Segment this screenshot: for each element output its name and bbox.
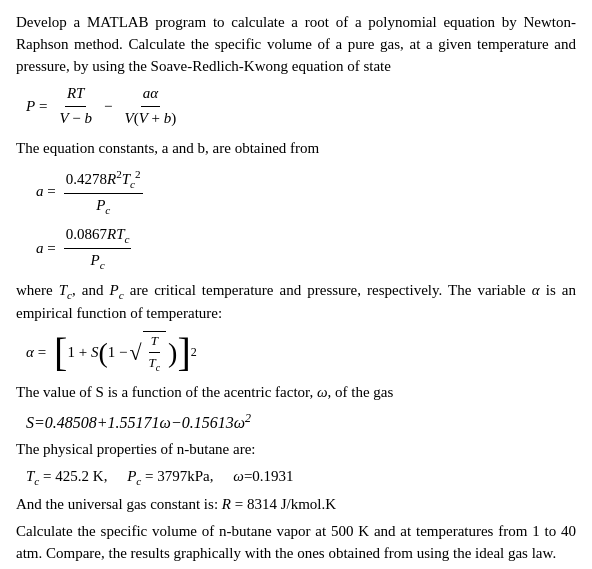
numerator-rt: RT bbox=[65, 83, 87, 107]
fraction-a1: 0.4278R2Tc2 Pc bbox=[64, 166, 143, 219]
paren-left: ( bbox=[98, 339, 107, 367]
tc-denominator: Tc bbox=[147, 353, 163, 375]
alpha-equation: α = [ 1 + S ( 1 − √ T Tc ) ] 2 bbox=[26, 331, 576, 375]
t-numerator: T bbox=[149, 332, 160, 353]
paren-right: ) bbox=[168, 339, 177, 367]
formula-a1: a = 0.4278R2Tc2 Pc bbox=[36, 166, 576, 219]
sqrt-fraction: T Tc bbox=[143, 331, 167, 375]
big-bracket-left: [ bbox=[54, 333, 67, 373]
sqrt-symbol: √ bbox=[129, 342, 141, 364]
numerator-aa: aα bbox=[141, 83, 160, 107]
omega-property: ω=0.1931 bbox=[233, 468, 293, 484]
big-bracket-right: ] bbox=[177, 333, 190, 373]
srk-equation: P = RT V − b − aα V(V + b) bbox=[26, 83, 576, 130]
fraction-aa: aα V(V + b) bbox=[123, 83, 179, 130]
fraction-a2: 0.0867RTc Pc bbox=[64, 224, 132, 274]
intro-paragraph: Develop a MATLAB program to calculate a … bbox=[16, 12, 576, 77]
r-constant-line: And the universal gas constant is: R = 8… bbox=[16, 494, 576, 516]
alpha-1-plus-s: 1 + S bbox=[67, 342, 98, 364]
a2-denominator: Pc bbox=[89, 249, 107, 273]
denominator-vvb: V(V + b) bbox=[123, 107, 179, 130]
constants-intro: The equation constants, a and b, are obt… bbox=[16, 138, 576, 160]
one-minus: 1 − bbox=[108, 342, 128, 364]
a2-label: a = bbox=[36, 238, 56, 260]
where-paragraph: where Tc, and Pc are critical temperatur… bbox=[16, 280, 576, 325]
p-equals: P = bbox=[26, 96, 47, 118]
fraction-rt-vb: RT V − b bbox=[57, 83, 94, 130]
s-formula: S=0.48508+1.55171ω−0.15613ω2 bbox=[26, 414, 251, 431]
a1-label: a = bbox=[36, 181, 56, 203]
page: Develop a MATLAB program to calculate a … bbox=[0, 0, 592, 569]
a1-numerator: 0.4278R2Tc2 bbox=[64, 166, 143, 194]
formula-a2: a = 0.0867RTc Pc bbox=[36, 224, 576, 274]
denominator-vb: V − b bbox=[57, 107, 94, 130]
physical-props-header: The physical properties of n-butane are: bbox=[16, 439, 576, 461]
pc-property: Pc = 3797kPa, bbox=[127, 468, 213, 484]
fraction-t-tc: T Tc bbox=[147, 332, 163, 375]
tc-property: Tc = 425.2 K, bbox=[26, 468, 107, 484]
square-exponent: 2 bbox=[191, 344, 197, 361]
sqrt-t-tc: √ T Tc bbox=[129, 331, 166, 375]
s-value-description: The value of S is a function of the acen… bbox=[16, 382, 576, 404]
a1-denominator: Pc bbox=[94, 194, 112, 218]
s-formula-line: S=0.48508+1.55171ω−0.15613ω2 bbox=[26, 410, 576, 435]
minus-sign: − bbox=[104, 96, 112, 118]
physical-properties: Tc = 425.2 K, Pc = 3797kPa, ω=0.1931 bbox=[26, 466, 576, 489]
alpha-label: α = bbox=[26, 342, 46, 364]
a2-numerator: 0.0867RTc bbox=[64, 224, 132, 249]
calculate-paragraph: Calculate the specific volume of n-butan… bbox=[16, 521, 576, 565]
